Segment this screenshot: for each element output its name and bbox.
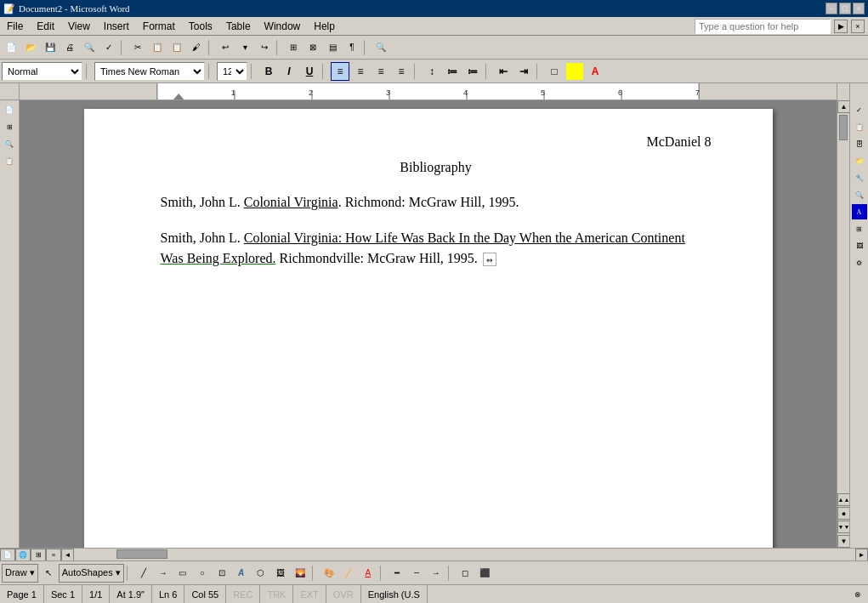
view-normal-button[interactable]: 📄 <box>0 549 15 561</box>
rp-icon-active[interactable]: A <box>852 204 867 219</box>
italic-button[interactable]: I <box>280 62 298 81</box>
style-select[interactable]: Normal Heading 1 Heading 2 <box>2 62 82 81</box>
menu-file[interactable]: File <box>0 17 30 35</box>
align-left-button[interactable]: ≡ <box>331 62 349 81</box>
save-button[interactable]: 💾 <box>41 38 60 57</box>
show-hide-button[interactable]: ¶ <box>343 38 361 57</box>
outside-border-button[interactable]: □ <box>545 62 564 81</box>
view-web-button[interactable]: 🌐 <box>15 549 31 561</box>
scroll-up-button[interactable]: ▲ <box>837 100 850 113</box>
oval-button[interactable]: ○ <box>193 564 212 583</box>
bullets-button[interactable]: ≔ <box>443 62 462 81</box>
next-page-button[interactable]: ▼▼ <box>837 521 850 533</box>
help-close-button[interactable]: × <box>851 20 865 33</box>
redo-button[interactable]: ↪ <box>255 38 274 57</box>
shadow-button[interactable]: ◻ <box>456 564 474 583</box>
rp-icon-5[interactable]: 🔧 <box>852 170 867 185</box>
select-browse-button[interactable]: ● <box>837 507 850 520</box>
sidebar-icon-4[interactable]: 📋 <box>2 153 17 168</box>
rp-icon-6[interactable]: 🔍 <box>852 187 867 202</box>
textbox-button[interactable]: ⊡ <box>213 564 231 583</box>
menu-tools[interactable]: Tools <box>182 17 219 35</box>
scroll-down-button[interactable]: ▼ <box>837 535 850 548</box>
menu-view[interactable]: View <box>61 17 97 35</box>
rp-icon-9[interactable]: ⚙ <box>852 255 867 270</box>
undo-button[interactable]: ↩ <box>216 38 235 57</box>
clipart-button[interactable]: 🖼 <box>271 564 290 583</box>
rp-icon-3[interactable]: 🗄 <box>852 136 867 151</box>
line-button[interactable]: ╱ <box>134 564 153 583</box>
menu-help[interactable]: Help <box>307 17 342 35</box>
bold-button[interactable]: B <box>259 62 278 81</box>
align-justify-button[interactable]: ≡ <box>392 62 411 81</box>
minimize-button[interactable]: − <box>825 3 837 14</box>
draw-dropdown[interactable]: Draw ▾ <box>2 564 38 583</box>
sidebar-icon-1[interactable]: 📄 <box>2 102 17 117</box>
line-color-button[interactable]: ╱ <box>339 564 358 583</box>
font-color-button[interactable]: A <box>586 62 604 81</box>
increase-indent-button[interactable]: ⇥ <box>514 62 533 81</box>
scrollbar-thumb[interactable] <box>839 115 848 140</box>
bib-entry-2[interactable]: Smith, John L. Colonial Virginia: How Li… <box>161 228 712 269</box>
line-style-button[interactable]: ━ <box>388 564 406 583</box>
select-objects-button[interactable]: ↖ <box>39 564 58 583</box>
insert-table-button[interactable]: ⊞ <box>284 38 303 57</box>
font-size-select[interactable]: 12 10 14 16 <box>217 62 247 81</box>
scroll-right-button[interactable]: ► <box>855 549 868 561</box>
rp-icon-2[interactable]: 📋 <box>852 119 867 134</box>
open-button[interactable]: 📂 <box>21 38 40 57</box>
sidebar-icon-2[interactable]: ⊞ <box>2 119 17 134</box>
align-center-button[interactable]: ≡ <box>351 62 370 81</box>
cut-button[interactable]: ✂ <box>128 38 147 57</box>
h-scroll-thumb[interactable] <box>116 549 167 559</box>
3d-button[interactable]: ⬛ <box>475 564 494 583</box>
rp-icon-1[interactable]: ✓ <box>852 102 867 117</box>
menu-window[interactable]: Window <box>258 17 308 35</box>
menu-table[interactable]: Table <box>219 17 258 35</box>
bib-entry-1[interactable]: Smith, John L. Colonial Virginia. Richmo… <box>161 192 712 213</box>
copy-button[interactable]: 📋 <box>148 38 167 57</box>
help-go-button[interactable]: ▶ <box>834 20 848 33</box>
undo-dropdown-button[interactable]: ▾ <box>235 38 254 57</box>
autoshapes-dropdown[interactable]: AutoShapes ▾ <box>59 564 124 583</box>
arrow-button[interactable]: → <box>154 564 173 583</box>
rectangle-button[interactable]: ▭ <box>173 564 192 583</box>
align-right-button[interactable]: ≡ <box>372 62 390 81</box>
rp-icon-4[interactable]: 📁 <box>852 153 867 168</box>
rp-icon-8[interactable]: 🖼 <box>852 238 867 253</box>
autocorrect-icon[interactable]: ⇔ <box>483 253 496 266</box>
line-spacing-button[interactable]: ↕ <box>423 62 441 81</box>
arrow-style-button[interactable]: → <box>427 564 445 583</box>
menu-edit[interactable]: Edit <box>30 17 61 35</box>
print-button[interactable]: 🖨 <box>60 38 79 57</box>
font-color-draw-button[interactable]: A <box>359 564 377 583</box>
numbering-button[interactable]: ≔ <box>463 62 482 81</box>
menu-insert[interactable]: Insert <box>97 17 136 35</box>
zoom-out-button[interactable]: 🔍 <box>372 38 390 57</box>
prev-page-button[interactable]: ▲▲ <box>837 493 850 506</box>
view-print-button[interactable]: ⊞ <box>31 549 46 561</box>
insert-excel-button[interactable]: ⊠ <box>304 38 322 57</box>
rp-icon-7[interactable]: ⊞ <box>852 221 867 236</box>
diagram-button[interactable]: ⬡ <box>252 564 270 583</box>
format-painter-button[interactable]: 🖌 <box>187 38 206 57</box>
spell-check-button[interactable]: ✓ <box>99 38 118 57</box>
menu-format[interactable]: Format <box>136 17 182 35</box>
sidebar-icon-3[interactable]: 🔍 <box>2 136 17 151</box>
fill-color-button[interactable]: 🎨 <box>320 564 338 583</box>
scroll-left-button[interactable]: ◄ <box>61 549 74 561</box>
bibliography-title[interactable]: Bibliography <box>161 160 712 175</box>
new-button[interactable]: 📄 <box>2 38 20 57</box>
columns-button[interactable]: ▤ <box>323 38 342 57</box>
insert-picture-button[interactable]: 🌄 <box>291 564 309 583</box>
decrease-indent-button[interactable]: ⇤ <box>494 62 513 81</box>
paste-button[interactable]: 📋 <box>167 38 186 57</box>
close-button[interactable]: × <box>853 3 865 14</box>
underline-button[interactable]: U <box>300 62 319 81</box>
view-outline-button[interactable]: ≡ <box>46 549 61 561</box>
dash-style-button[interactable]: ╌ <box>407 564 426 583</box>
maximize-button[interactable]: □ <box>839 3 851 14</box>
help-input[interactable] <box>695 19 831 34</box>
font-select[interactable]: Times New Roman Arial Courier New <box>94 62 205 81</box>
wordart-button[interactable]: A <box>232 564 251 583</box>
